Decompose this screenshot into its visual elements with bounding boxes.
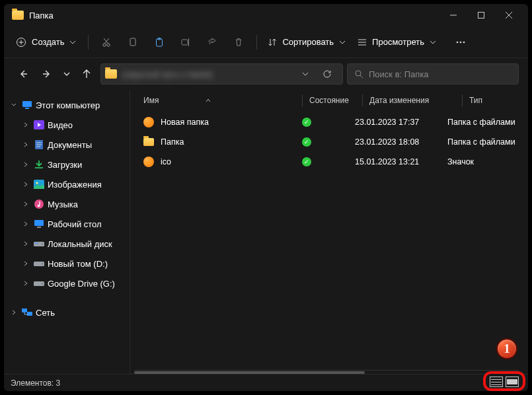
- cut-button[interactable]: [94, 31, 119, 54]
- drive-icon: [33, 238, 45, 249]
- more-button[interactable]: [448, 31, 473, 54]
- folder-icon: [143, 138, 154, 146]
- share-icon: [207, 37, 217, 48]
- svg-rect-46: [27, 312, 32, 316]
- expand-icon[interactable]: [21, 160, 30, 169]
- column-date[interactable]: Дата изменения: [369, 96, 462, 105]
- ico-file-icon: [143, 157, 154, 167]
- sidebar-item-desktop[interactable]: Рабочий стол: [7, 214, 127, 234]
- column-headers[interactable]: Имя Состояние Дата изменения Тип: [130, 90, 528, 111]
- refresh-button[interactable]: [323, 69, 338, 79]
- column-type[interactable]: Тип: [469, 96, 528, 105]
- expand-icon[interactable]: [21, 120, 30, 129]
- details-view-button[interactable]: [490, 377, 503, 387]
- network-icon: [21, 307, 33, 318]
- svg-point-19: [457, 41, 459, 43]
- arrow-right-icon: [42, 69, 52, 79]
- arrow-up-icon: [81, 69, 92, 79]
- toolbar: Создать Сортировать Просмотреть: [4, 26, 528, 58]
- svg-rect-12: [157, 39, 163, 46]
- close-button[interactable]: [495, 5, 523, 25]
- sidebar-label: Этот компьютер: [36, 100, 100, 110]
- expand-icon[interactable]: [21, 199, 30, 209]
- rename-icon: [180, 37, 191, 48]
- plus-circle-icon: [16, 37, 26, 48]
- sort-asc-icon: [205, 97, 211, 104]
- file-row[interactable]: Папка ✓ 23.01.2023 18:08 Папка с файлами: [130, 132, 528, 152]
- file-row[interactable]: Новая папка ✓ 23.01.2023 17:37 Папка с ф…: [130, 112, 528, 132]
- expand-icon[interactable]: [21, 180, 30, 189]
- minimize-button[interactable]: [439, 5, 467, 25]
- share-button[interactable]: [200, 31, 225, 54]
- expand-icon[interactable]: [21, 140, 30, 149]
- column-state[interactable]: Состояние: [309, 96, 362, 105]
- svg-rect-39: [35, 243, 38, 244]
- sidebar-item-videos[interactable]: Видео: [7, 115, 127, 135]
- sidebar-item-local-disk[interactable]: Локальный диск: [7, 234, 127, 254]
- new-button[interactable]: Создать: [9, 33, 83, 52]
- sort-button[interactable]: Сортировать: [262, 33, 351, 51]
- address-path: (скрытый путь к папке): [122, 69, 296, 79]
- expand-icon[interactable]: [9, 308, 19, 317]
- horizontal-scrollbar[interactable]: [134, 370, 519, 374]
- svg-point-44: [42, 283, 43, 285]
- expand-icon[interactable]: [21, 279, 30, 288]
- back-button[interactable]: [13, 64, 33, 84]
- address-bar[interactable]: (скрытый путь к папке): [100, 63, 343, 85]
- sidebar-item-documents[interactable]: Документы: [7, 135, 127, 155]
- delete-button[interactable]: [226, 31, 251, 54]
- file-row[interactable]: ico ✓ 15.01.2023 13:21 Значок: [130, 152, 528, 172]
- search-box[interactable]: Поиск в: Папка: [347, 63, 519, 85]
- synced-icon: ✓: [302, 137, 311, 147]
- forward-button[interactable]: [37, 64, 57, 84]
- up-button[interactable]: [77, 64, 96, 84]
- svg-rect-1: [478, 13, 484, 18]
- sidebar-label: Локальный диск: [48, 239, 112, 249]
- sidebar-label: Сеть: [36, 308, 55, 318]
- view-button-label: Просмотреть: [372, 37, 424, 47]
- new-button-label: Создать: [32, 37, 64, 47]
- sidebar-item-this-pc[interactable]: Этот компьютер: [7, 95, 127, 115]
- sidebar-item-google-drive[interactable]: Google Drive (G:): [7, 273, 127, 293]
- paste-button[interactable]: [147, 31, 172, 54]
- sidebar-item-downloads[interactable]: Загрузки: [7, 155, 127, 174]
- maximize-button[interactable]: [467, 5, 495, 25]
- annotation-highlight: [483, 371, 525, 391]
- svg-line-10: [104, 38, 109, 44]
- svg-point-33: [36, 182, 38, 184]
- recent-button[interactable]: [61, 64, 73, 84]
- sidebar-item-pictures[interactable]: Изображения: [7, 174, 127, 194]
- nav-pane[interactable]: Этот компьютер Видео Документы Загрузки: [4, 90, 130, 374]
- chevron-down-icon: [63, 70, 71, 78]
- synced-icon: ✓: [302, 118, 311, 127]
- expand-icon[interactable]: [21, 239, 30, 248]
- chevron-down-icon: [69, 39, 76, 46]
- address-dropdown[interactable]: [301, 70, 317, 78]
- copy-icon: [128, 37, 138, 48]
- rename-button[interactable]: [173, 31, 198, 54]
- address-row: (скрытый путь к папке) Поиск в: Папка: [4, 58, 528, 90]
- sort-icon: [268, 38, 277, 47]
- trash-icon: [233, 37, 244, 48]
- sidebar-label: Google Drive (G:): [48, 279, 115, 289]
- collapse-icon[interactable]: [9, 100, 19, 110]
- sidebar-item-new-volume[interactable]: Новый том (D:): [7, 254, 127, 273]
- window-title: Папка: [29, 11, 439, 20]
- divider: [88, 35, 89, 50]
- svg-rect-11: [130, 38, 135, 46]
- sidebar-item-music[interactable]: Музыка: [7, 194, 127, 214]
- sidebar-label: Изображения: [48, 180, 102, 190]
- sidebar-item-network[interactable]: Сеть: [7, 303, 127, 322]
- music-icon: [33, 199, 45, 209]
- chevron-down-icon: [339, 39, 346, 46]
- expand-icon[interactable]: [21, 259, 30, 268]
- expand-icon[interactable]: [21, 219, 30, 229]
- sidebar-label: Видео: [48, 120, 73, 130]
- column-name[interactable]: Имя: [143, 96, 302, 105]
- view-button[interactable]: Просмотреть: [352, 33, 441, 51]
- synced-icon: ✓: [302, 157, 311, 166]
- large-icons-view-button[interactable]: [506, 377, 519, 387]
- svg-point-20: [460, 41, 462, 43]
- svg-rect-36: [34, 220, 44, 226]
- copy-button[interactable]: [120, 31, 145, 54]
